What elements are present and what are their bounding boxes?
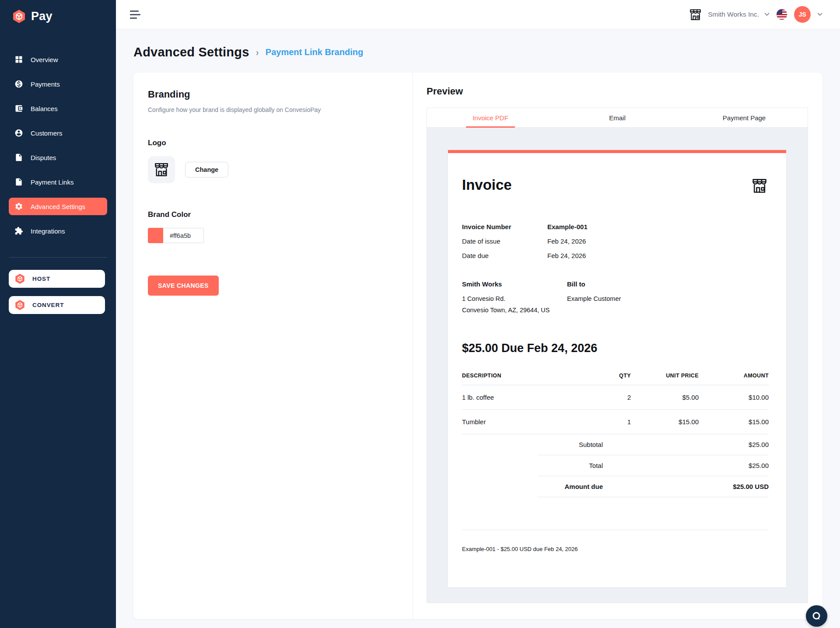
document-icon (14, 153, 23, 162)
sidebar-item-advanced-settings[interactable]: Advanced Settings (9, 198, 107, 215)
brand-color-swatch[interactable] (148, 228, 163, 243)
language-flag-us-icon[interactable] (776, 9, 788, 20)
cell-qty: 2 (592, 385, 631, 410)
chat-bubble-icon (811, 611, 822, 622)
branding-title: Branding (148, 89, 395, 100)
dollar-circle-icon (14, 80, 23, 88)
detail-label: Date of issue (462, 237, 547, 245)
hexagon-cube-icon (12, 9, 26, 24)
cell-unit-price: $5.00 (631, 385, 699, 410)
document-icon (14, 178, 23, 186)
total-row: Total $25.00 (538, 455, 769, 476)
seller-name: Smith Works (462, 280, 567, 288)
invoice-document: Invoice Invoice Number Example-001 (448, 150, 786, 587)
cell-description: 1 lb. coffee (462, 385, 592, 410)
save-changes-button[interactable]: SAVE CHANGES (148, 276, 219, 296)
invoice-footer: Example-001 - $25.00 USD due Feb 24, 202… (462, 530, 769, 579)
breadcrumb-section[interactable]: Advanced Settings (133, 45, 249, 59)
preview-title: Preview (427, 86, 808, 97)
sidebar-nav: Overview Payments Balances Customers Dis… (0, 44, 116, 247)
invoice-addresses: Smith Works 1 Convesio Rd. Convesio Town… (462, 280, 769, 318)
sidebar-item-label: Customers (31, 129, 63, 137)
bill-to-label: Bill to (567, 280, 672, 288)
summary-value: $25.00 (749, 441, 769, 448)
storefront-icon (750, 177, 769, 195)
logo-field: Change (148, 156, 395, 183)
col-qty: QTY (592, 373, 631, 385)
seller-address: Smith Works 1 Convesio Rd. Convesio Town… (462, 280, 567, 318)
convert-button[interactable]: CONVERT (9, 296, 105, 314)
preview-tabs: Invoice PDF Email Payment Page (427, 108, 808, 128)
merchant-switcher[interactable]: Smith Works Inc. (688, 7, 770, 22)
cell-unit-price: $15.00 (631, 410, 699, 434)
preview-box: Invoice PDF Email Payment Page Invoice (427, 108, 808, 603)
main-area: Smith Works Inc. JS Advanced Settings › … (116, 0, 840, 628)
tab-payment-page[interactable]: Payment Page (681, 108, 808, 127)
sidebar-item-payments[interactable]: Payments (9, 75, 107, 93)
cell-qty: 1 (592, 410, 631, 434)
sidebar-item-label: Balances (31, 105, 58, 112)
detail-value: Feb 24, 2026 (547, 252, 586, 259)
app-logo[interactable]: Pay (0, 0, 116, 31)
date-due-row: Date due Feb 24, 2026 (462, 252, 769, 259)
sidebar-item-balances[interactable]: Balances (9, 100, 107, 117)
cell-amount: $10.00 (699, 385, 769, 410)
amount-due-row: Amount due $25.00 USD (538, 476, 769, 497)
chevron-down-icon (764, 13, 770, 16)
date-of-issue-row: Date of issue Feb 24, 2026 (462, 237, 769, 245)
sidebar-item-label: Integrations (31, 227, 65, 235)
storefront-icon (153, 161, 170, 178)
logo-preview[interactable] (148, 156, 175, 183)
detail-label: Invoice Number (462, 223, 547, 230)
sidebar-item-overview[interactable]: Overview (9, 51, 107, 68)
hexagon-cube-icon (14, 300, 25, 311)
tab-email[interactable]: Email (554, 108, 681, 127)
chevron-down-icon[interactable] (817, 13, 822, 16)
summary-value: $25.00 USD (733, 483, 769, 490)
sidebar-item-disputes[interactable]: Disputes (9, 149, 107, 166)
invoice-number-row: Invoice Number Example-001 (462, 223, 769, 230)
detail-value: Feb 24, 2026 (547, 237, 586, 245)
invoice-title: Invoice (462, 177, 512, 193)
merchant-name: Smith Works Inc. (708, 10, 759, 18)
sidebar-item-label: Overview (31, 56, 58, 63)
chat-button[interactable] (806, 605, 827, 627)
branding-subtitle: Configure how your brand is displayed gl… (148, 106, 395, 113)
convert-button-label: CONVERT (32, 302, 64, 308)
change-logo-button[interactable]: Change (185, 162, 228, 178)
invoice-line-items: DESCRIPTION QTY UNIT PRICE AMOUNT 1 lb. … (462, 373, 769, 434)
menu-toggle-button[interactable] (128, 9, 142, 21)
topbar-right: Smith Works Inc. JS (688, 6, 822, 23)
sidebar-item-payment-links[interactable]: Payment Links (9, 173, 107, 191)
brand-color-input[interactable] (163, 228, 204, 243)
invoice-summary: Subtotal $25.00 Total $25.00 Amount due … (538, 434, 769, 497)
sidebar-item-customers[interactable]: Customers (9, 124, 107, 142)
table-header-row: DESCRIPTION QTY UNIT PRICE AMOUNT (462, 373, 769, 385)
col-amount: AMOUNT (699, 373, 769, 385)
summary-label: Subtotal (538, 441, 603, 448)
tab-invoice-pdf[interactable]: Invoice PDF (427, 108, 554, 127)
sidebar: Pay Overview Payments Balances Customers… (0, 0, 116, 628)
settings-card: Branding Configure how your brand is dis… (133, 73, 822, 619)
subtotal-row: Subtotal $25.00 (538, 434, 769, 455)
bill-to-name: Example Customer (567, 295, 672, 302)
invoice-logo (750, 177, 769, 197)
seller-address-line: Convesio Town, AZ, 29644, US (462, 307, 567, 314)
host-button[interactable]: HOST (9, 270, 105, 288)
preview-section: Preview Invoice PDF Email Payment Page I… (413, 73, 822, 619)
breadcrumb-page[interactable]: Payment Link Branding (266, 47, 363, 57)
brand-color-label: Brand Color (148, 210, 395, 219)
table-row: 1 lb. coffee 2 $5.00 $10.00 (462, 385, 769, 410)
breadcrumb: Advanced Settings › Payment Link Brandin… (133, 45, 822, 59)
puzzle-icon (14, 227, 23, 235)
summary-value: $25.00 (749, 462, 769, 469)
host-button-label: HOST (32, 276, 50, 282)
grid-icon (14, 55, 23, 64)
avatar[interactable]: JS (794, 6, 811, 23)
page-content: Advanced Settings › Payment Link Brandin… (116, 29, 840, 619)
sidebar-item-label: Payments (31, 80, 60, 88)
sidebar-item-integrations[interactable]: Integrations (9, 222, 107, 240)
hexagon-cube-icon (14, 273, 25, 284)
app-brand-name: Pay (31, 10, 52, 23)
sidebar-item-label: Advanced Settings (31, 203, 85, 210)
